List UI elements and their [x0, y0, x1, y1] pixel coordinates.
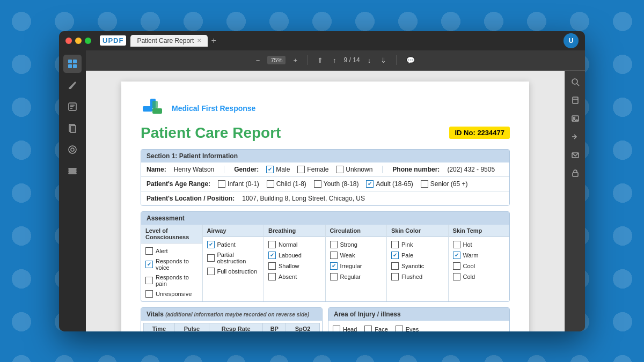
responds-voice-checkbox[interactable] [145, 261, 153, 268]
age-senior[interactable]: Senior (65 +) [421, 180, 468, 188]
pink-checkbox[interactable] [391, 241, 399, 248]
age-adult-checkbox[interactable] [366, 180, 374, 188]
zoom-level[interactable]: 75% [267, 56, 286, 64]
head-checkbox[interactable] [333, 326, 340, 331]
gender-male[interactable]: Male [266, 166, 290, 173]
sidebar-icon-pages[interactable] [63, 119, 82, 137]
item-warm[interactable]: Warm [453, 250, 506, 261]
item-pink[interactable]: Pink [391, 239, 444, 250]
alert-checkbox[interactable] [145, 247, 153, 255]
close-button[interactable] [65, 38, 72, 44]
gender-unknown[interactable]: Unknown [336, 166, 372, 173]
responds-pain-checkbox[interactable] [145, 277, 153, 284]
right-icon-bookmark[interactable] [568, 93, 582, 107]
item-irregular[interactable]: Irregular [330, 261, 383, 271]
item-full-obstruction[interactable]: Full obstruction [207, 266, 260, 277]
item-laboured[interactable]: Laboued [268, 250, 321, 261]
irregular-checkbox[interactable] [330, 262, 338, 270]
item-flushed[interactable]: Flushed [391, 271, 444, 282]
age-infant[interactable]: Infant (0-1) [218, 180, 259, 188]
zoom-out-button[interactable]: − [254, 55, 262, 65]
cold-checkbox[interactable] [453, 273, 460, 280]
age-adult[interactable]: Adult (18-65) [366, 180, 413, 188]
sidebar-icon-edit[interactable] [63, 76, 82, 94]
item-patient[interactable]: Patient [207, 239, 260, 250]
strong-checkbox[interactable] [330, 241, 338, 248]
age-child[interactable]: Child (1-8) [267, 180, 306, 188]
item-unresponsive[interactable]: Unresponsive [145, 289, 198, 299]
item-hot[interactable]: Hot [453, 239, 506, 250]
age-senior-checkbox[interactable] [421, 180, 428, 188]
eyes-checkbox[interactable] [396, 326, 403, 331]
right-icon-image[interactable] [568, 112, 582, 125]
partial-obs-checkbox[interactable] [207, 254, 215, 262]
item-cool[interactable]: Cool [453, 261, 506, 271]
item-head[interactable]: Head [333, 324, 357, 331]
col-airway-body: Patient Partial obstruction [203, 237, 264, 279]
normal-checkbox[interactable] [268, 241, 276, 248]
comment-button[interactable]: 💬 [404, 55, 417, 65]
page-next-button[interactable]: ↓ [365, 55, 374, 65]
face-checkbox[interactable] [364, 326, 372, 331]
regular-checkbox[interactable] [330, 273, 338, 280]
item-pale[interactable]: Pale [391, 250, 444, 261]
age-youth[interactable]: Youth (8-18) [314, 180, 359, 188]
item-responds-voice[interactable]: Responds to voice [145, 256, 198, 272]
user-avatar[interactable]: U [564, 33, 579, 48]
page-prev-button[interactable]: ↑ [331, 55, 339, 65]
pale-checkbox[interactable] [391, 252, 399, 259]
right-icon-share[interactable] [568, 130, 582, 144]
item-strong[interactable]: Strong [330, 239, 383, 250]
minimize-button[interactable] [75, 38, 82, 44]
right-sidebar [565, 71, 585, 331]
item-partial-obstruction[interactable]: Partial obstruction [207, 250, 260, 266]
item-syanotic[interactable]: Syanotic [391, 261, 444, 271]
absent-checkbox[interactable] [268, 273, 276, 280]
item-eyes[interactable]: Eyes [396, 324, 419, 331]
hot-checkbox[interactable] [453, 241, 460, 248]
age-infant-checkbox[interactable] [218, 180, 225, 188]
active-tab[interactable]: Patient Care Report ✕ [130, 35, 208, 47]
sidebar-icon-view[interactable] [63, 55, 82, 73]
svg-rect-12 [69, 168, 76, 169]
age-youth-checkbox[interactable] [314, 180, 321, 188]
sidebar-icon-tools[interactable] [63, 141, 82, 159]
zoom-in-button[interactable]: + [291, 55, 299, 65]
right-icon-lock[interactable] [568, 166, 582, 180]
name-label: Name: [147, 166, 166, 173]
item-shallow[interactable]: Shallow [268, 261, 321, 271]
patient-checkbox[interactable] [207, 241, 215, 248]
col-breathing-header: Breathing [264, 225, 325, 237]
item-responds-pain[interactable]: Responds to pain [145, 272, 198, 289]
maximize-button[interactable] [85, 38, 91, 44]
laboured-checkbox[interactable] [268, 252, 276, 259]
flushed-checkbox[interactable] [391, 273, 399, 280]
cool-checkbox[interactable] [453, 262, 460, 270]
item-regular[interactable]: Regular [330, 271, 383, 282]
shallow-checkbox[interactable] [268, 262, 276, 270]
item-normal[interactable]: Normal [268, 239, 321, 250]
item-alert[interactable]: Alert [145, 246, 198, 256]
weak-checkbox[interactable] [330, 252, 338, 259]
gender-male-checkbox[interactable] [266, 166, 274, 173]
warm-checkbox[interactable] [453, 252, 460, 259]
item-weak[interactable]: Weak [330, 250, 383, 261]
gender-unknown-checkbox[interactable] [336, 166, 343, 173]
page-first-button[interactable]: ⇑ [315, 55, 325, 65]
new-tab-button[interactable]: + [211, 36, 216, 46]
right-icon-email[interactable] [568, 148, 582, 162]
unresponsive-checkbox[interactable] [145, 290, 153, 298]
sidebar-icon-annotate[interactable] [63, 98, 82, 116]
item-absent[interactable]: Absent [268, 271, 321, 282]
page-last-button[interactable]: ⇓ [378, 55, 389, 65]
age-child-checkbox[interactable] [267, 180, 274, 188]
tab-close-icon[interactable]: ✕ [197, 38, 201, 43]
full-obs-checkbox[interactable] [207, 268, 215, 275]
gender-female-checkbox[interactable] [297, 166, 305, 173]
right-icon-search[interactable] [568, 75, 582, 89]
gender-female[interactable]: Female [297, 166, 328, 173]
syanotic-checkbox[interactable] [391, 262, 399, 270]
sidebar-icon-settings[interactable] [63, 162, 82, 180]
item-cold[interactable]: Cold [453, 271, 506, 282]
item-face[interactable]: Face [364, 324, 387, 331]
